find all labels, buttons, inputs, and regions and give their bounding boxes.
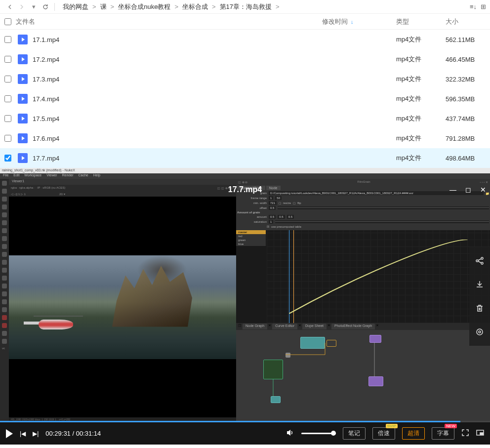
nav-dropdown[interactable]: ▾: [28, 1, 40, 13]
video-file-icon: [18, 94, 28, 104]
svg-point-3: [477, 329, 483, 335]
file-checkbox[interactable]: [4, 76, 11, 82]
file-size: 791.28MB: [446, 135, 490, 142]
settings-icon[interactable]: [475, 327, 485, 337]
file-checkbox[interactable]: [4, 36, 11, 43]
svg-rect-6: [480, 433, 483, 435]
sort-arrow-icon: ↓: [351, 19, 354, 25]
file-list-header: 文件名 修改时间↓ 类型 大小: [0, 14, 490, 30]
file-name: 17.5.mp4: [33, 115, 59, 122]
file-checkbox[interactable]: [4, 56, 11, 63]
file-name: 17.2.mp4: [33, 56, 59, 63]
video-file-icon: [18, 133, 28, 143]
nuke-menubar: FileEditWorkspaceViewerRenderCacheHelp: [0, 173, 490, 179]
play-button[interactable]: [6, 429, 13, 438]
video-file-icon: [18, 114, 28, 123]
quality-button[interactable]: 超清: [402, 427, 425, 440]
video-file-icon: [18, 54, 28, 64]
col-name[interactable]: 文件名: [14, 17, 322, 26]
file-type: mp4文件: [396, 134, 446, 143]
nav-refresh[interactable]: [40, 1, 51, 13]
nuke-titlebar: raining_shot1_comp_v03.nk (modified) - N…: [0, 168, 490, 173]
subtitle-button[interactable]: 字幕NEW: [432, 427, 454, 440]
sort-icon[interactable]: ≡↓: [470, 3, 477, 10]
download-icon[interactable]: [475, 280, 485, 289]
video-content: raining_shot1_comp_v03.nk (modified) - N…: [0, 168, 490, 422]
nav-back[interactable]: [4, 1, 16, 13]
file-checkbox[interactable]: [4, 95, 11, 102]
video-title: 17.7.mp4: [228, 185, 262, 194]
col-time[interactable]: 修改时间↓: [322, 17, 396, 26]
minimize-button[interactable]: —: [449, 186, 456, 194]
share-icon[interactable]: [475, 256, 485, 266]
svg-point-2: [481, 262, 483, 264]
svg-point-0: [481, 257, 483, 259]
file-type: mp4文件: [396, 75, 446, 83]
file-type: mp4文件: [396, 35, 446, 44]
volume-icon[interactable]: [286, 428, 294, 439]
file-size: 562.11MB: [446, 36, 490, 43]
video-file-icon: [18, 74, 28, 84]
file-name: 17.1.mp4: [33, 36, 59, 43]
top-nav: ▾ 我的网盘> 课> 坐标合成nuke教程> 坐标合成> 第17章：海岛救援> …: [0, 0, 490, 14]
close-button[interactable]: ✕: [480, 186, 486, 194]
progress-bar[interactable]: [0, 421, 490, 422]
nuke-viewer-panel: Viewer1 rgba · rgba.alpha · · IP · sRGB …: [9, 179, 236, 422]
svg-point-4: [479, 331, 481, 333]
file-checkbox[interactable]: [4, 135, 11, 142]
crumb-1[interactable]: 课: [99, 2, 108, 11]
nav-forward[interactable]: [16, 1, 28, 13]
file-checkbox[interactable]: [4, 115, 11, 122]
view-icon[interactable]: ⊞: [481, 3, 486, 10]
file-type: mp4文件: [396, 154, 446, 163]
video-file-icon: [18, 35, 28, 44]
file-name: 17.7.mp4: [33, 155, 59, 162]
file-row[interactable]: 17.3.mp4 mp4文件 322.32MB: [0, 69, 490, 89]
file-size: 498.64MB: [446, 155, 490, 162]
prev-button[interactable]: |◀: [20, 430, 26, 437]
pip-button[interactable]: [476, 429, 484, 439]
file-name: 17.4.mp4: [33, 95, 59, 103]
maximize-button[interactable]: ◻: [465, 186, 471, 194]
file-row[interactable]: 17.4.mp4 mp4文件 596.35MB: [0, 89, 490, 109]
nuke-toolbar: vc: [0, 179, 9, 422]
file-size: 596.35MB: [446, 95, 490, 103]
video-file-icon: [18, 153, 28, 163]
svg-point-1: [476, 260, 478, 262]
select-all-checkbox[interactable]: [4, 18, 11, 25]
col-type[interactable]: 类型: [396, 17, 446, 26]
file-type: mp4文件: [396, 94, 446, 103]
crumb-2[interactable]: 坐标合成nuke教程: [117, 2, 171, 11]
side-toolbar: [469, 247, 490, 346]
crumb-0[interactable]: 我的网盘: [62, 2, 89, 11]
fullscreen-button[interactable]: [461, 429, 469, 439]
file-size: 322.32MB: [446, 76, 490, 83]
video-player: raining_shot1_comp_v03.nk (modified) - N…: [0, 168, 490, 445]
time-display: 00:29:31 / 00:31:14: [45, 430, 101, 437]
volume-slider[interactable]: [301, 433, 336, 434]
file-row[interactable]: 17.6.mp4 mp4文件 791.28MB: [0, 128, 490, 148]
notes-button[interactable]: 笔记: [343, 427, 366, 440]
col-size[interactable]: 大小: [446, 17, 490, 26]
player-controls: |◀ ▶| 00:29:31 / 00:31:14 笔记 倍速SVIP 超清 字…: [0, 422, 490, 445]
file-row[interactable]: 17.7.mp4 mp4文件 498.64MB: [0, 148, 490, 168]
file-row[interactable]: 17.2.mp4 mp4文件 466.45MB: [0, 49, 490, 69]
file-type: mp4文件: [396, 55, 446, 64]
file-list: 17.1.mp4 mp4文件 562.11MB 17.2.mp4 mp4文件 4…: [0, 30, 490, 168]
crumb-4[interactable]: 第17章：海岛救援: [219, 2, 273, 11]
file-type: mp4文件: [396, 114, 446, 123]
breadcrumb: 我的网盘> 课> 坐标合成nuke教程> 坐标合成> 第17章：海岛救援>: [62, 2, 470, 11]
speed-button[interactable]: 倍速SVIP: [372, 427, 395, 440]
file-name: 17.3.mp4: [33, 76, 59, 83]
next-button[interactable]: ▶|: [33, 430, 39, 437]
file-checkbox[interactable]: [4, 155, 11, 162]
delete-icon[interactable]: [475, 303, 485, 313]
file-name: 17.6.mp4: [33, 135, 59, 142]
crumb-3[interactable]: 坐标合成: [181, 2, 209, 11]
file-size: 437.74MB: [446, 115, 490, 122]
file-row[interactable]: 17.5.mp4 mp4文件 437.74MB: [0, 109, 490, 128]
file-size: 466.45MB: [446, 56, 490, 63]
file-row[interactable]: 17.1.mp4 mp4文件 562.11MB: [0, 30, 490, 49]
nuke-properties-panel: ◫ ⊕ ⊖FilmGrain▫ ▫ ▫ ✕ ScannedGrainNode g…: [236, 179, 490, 422]
